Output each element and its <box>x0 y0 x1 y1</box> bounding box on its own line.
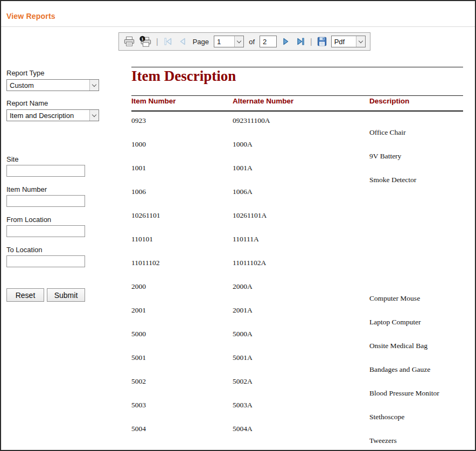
report-name-value: Item and Description <box>7 112 89 120</box>
report-type-select[interactable]: Custom <box>6 79 99 91</box>
alternate-number-cell: 1000A <box>233 140 253 149</box>
report-name-select[interactable]: Item and Description <box>6 109 99 121</box>
export-save-icon[interactable] <box>317 35 327 48</box>
next-page-glyph <box>281 37 291 46</box>
next-page-icon[interactable] <box>281 35 291 48</box>
print-icon[interactable] <box>123 35 135 48</box>
item-number-cell: 0923 <box>131 116 146 125</box>
alternate-number-cell: 1006A <box>233 188 253 196</box>
total-pages-field[interactable] <box>260 36 277 47</box>
prev-page-icon[interactable] <box>177 35 188 48</box>
page-number-value: 1 <box>214 38 234 46</box>
export-format-value: Pdf <box>332 38 356 46</box>
item-number-cell: 5003 <box>131 401 146 410</box>
item-number-cell: 5001 <box>131 353 146 362</box>
chevron-down-icon <box>359 38 363 43</box>
export-format-select[interactable]: Pdf <box>331 36 366 47</box>
table-row: 5004 5004A Tweezers <box>131 420 463 443</box>
reset-button[interactable]: Reset <box>6 288 44 302</box>
item-number-cell: 110101 <box>131 235 153 244</box>
alternate-number-cell: 5003A <box>233 401 253 410</box>
report-type-label: Report Type <box>6 69 45 77</box>
report-title: Item Description <box>131 68 236 85</box>
submit-button[interactable]: Submit <box>47 288 85 302</box>
to-location-label: To Location <box>6 246 43 254</box>
item-number-cell: 11011102 <box>131 259 160 267</box>
printer-page-glyph: 1 <box>139 36 152 47</box>
report-toolbar: 1 | Page 1 of <box>118 32 370 51</box>
floppy-disk-glyph <box>317 36 327 47</box>
site-label: Site <box>6 155 18 163</box>
view-reports-page: View Reports 1 | <box>0 0 476 451</box>
table-row: 11011102 11011102A <box>131 254 463 277</box>
column-header-alternate-number: Alternate Number <box>233 97 293 105</box>
chevron-down-icon <box>92 112 96 116</box>
first-page-glyph <box>163 37 173 46</box>
alternate-number-cell: 5000A <box>233 330 253 338</box>
table-row: 10261101 10261101A <box>131 206 463 230</box>
format-select-dropdown-button[interactable] <box>356 36 365 47</box>
header-divider <box>1 26 475 27</box>
table-row: 1006 1006A <box>131 183 463 206</box>
toolbar-separator: | <box>156 37 159 46</box>
item-number-label: Item Number <box>6 185 47 193</box>
svg-text:1: 1 <box>141 37 144 41</box>
item-number-cell: 5002 <box>131 377 146 386</box>
report-name-label: Report Name <box>6 99 48 107</box>
table-row: 5005 5005A <box>131 443 463 451</box>
table-row: 110101 110111A <box>131 230 463 254</box>
report-name-dropdown-button[interactable] <box>89 110 99 121</box>
last-page-icon[interactable] <box>295 35 306 48</box>
table-row: 5001 5001A Bandages and Gauze <box>131 349 463 372</box>
header-top-rule <box>131 95 463 96</box>
column-header-item-number: Item Number <box>131 97 176 105</box>
alternate-number-cell: 11011102A <box>233 259 266 267</box>
page-select-dropdown-button[interactable] <box>234 36 243 47</box>
alternate-number-cell: 10261101A <box>233 211 267 220</box>
report-top-rule <box>131 67 463 67</box>
alternate-number-cell: 2001A <box>233 306 253 315</box>
prev-page-glyph <box>177 37 188 46</box>
table-row: 1000 1000A 9V Battery <box>131 135 463 159</box>
alternate-number-cell: 5004A <box>233 425 253 433</box>
column-header-description: Description <box>369 97 409 105</box>
print-page-icon[interactable]: 1 <box>139 35 152 48</box>
to-location-field[interactable] <box>6 255 85 267</box>
alternate-number-cell: 5001A <box>233 353 253 362</box>
item-number-cell: 5005 <box>131 448 146 451</box>
report-type-value: Custom <box>7 81 89 89</box>
item-number-cell: 1000 <box>131 140 146 149</box>
last-page-glyph <box>295 37 306 46</box>
table-row: 5002 5002A Blood Pressure Monitor <box>131 372 463 396</box>
table-row: 5000 5000A Onsite Medical Bag <box>131 325 463 349</box>
from-location-label: From Location <box>6 216 51 224</box>
printer-glyph <box>123 36 135 47</box>
chevron-down-icon <box>92 82 96 86</box>
item-number-cell: 2001 <box>131 306 146 315</box>
table-row: 1001 1001A Smoke Detector <box>131 159 463 183</box>
table-row: 2000 2000A Computer Mouse <box>131 277 463 301</box>
chevron-down-icon <box>237 38 241 43</box>
of-label: of <box>248 38 256 46</box>
page-label: Page <box>192 38 210 46</box>
item-number-cell: 1001 <box>131 164 146 172</box>
table-row: 0923 092311100A Office Chair <box>131 112 463 135</box>
item-number-cell: 2000 <box>131 282 146 291</box>
table-row: 5003 5003A Stethoscope <box>131 396 463 420</box>
alternate-number-cell: 5002A <box>233 377 253 386</box>
item-number-field[interactable] <box>6 195 85 207</box>
alternate-number-cell: 1001A <box>233 164 253 172</box>
item-number-cell: 1006 <box>131 188 146 196</box>
report-type-dropdown-button[interactable] <box>89 80 99 91</box>
from-location-field[interactable] <box>6 225 85 237</box>
item-number-cell: 10261101 <box>131 211 160 220</box>
report-rows: 0923 092311100A Office Chair 1000 1000A … <box>131 112 463 451</box>
item-number-cell: 5000 <box>131 330 146 338</box>
site-field[interactable] <box>6 165 85 177</box>
alternate-number-cell: 110111A <box>233 235 259 244</box>
alternate-number-cell: 5005A <box>233 448 253 451</box>
first-page-icon[interactable] <box>163 35 173 48</box>
toolbar-separator: | <box>310 37 313 46</box>
page-number-select[interactable]: 1 <box>214 36 244 47</box>
page-title: View Reports <box>6 12 55 20</box>
